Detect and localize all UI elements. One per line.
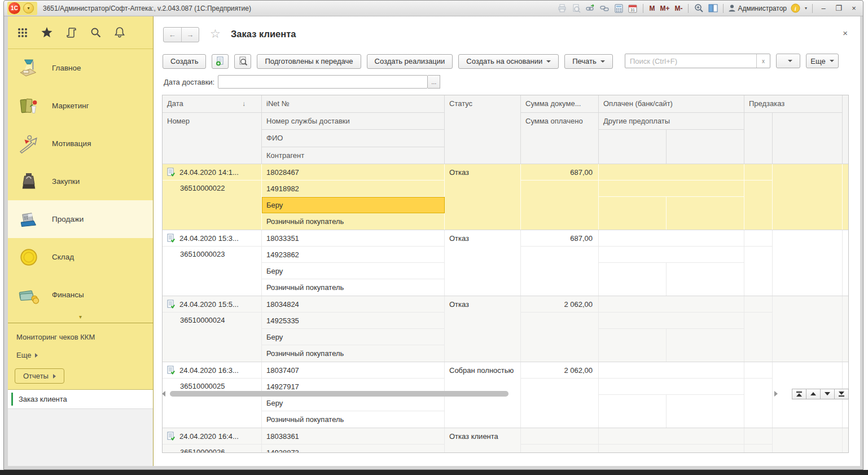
cell-doc-sum[interactable]: 2 062,00 [521,362,599,379]
row-up-button[interactable] [806,389,821,399]
cell-paid-sum[interactable] [521,181,599,230]
cell-delivery-number[interactable]: 14925335 [262,313,445,329]
sidebar-item-glavnoe[interactable]: Главное [8,49,153,87]
print-preview-icon[interactable] [571,3,581,14]
cell-delivery-number[interactable]: 14928873 [262,445,445,452]
column-header-sub[interactable] [744,113,773,165]
cell-preorder-sub[interactable] [744,379,773,428]
go-to-top-button[interactable] [792,389,806,399]
delivery-date-input[interactable] [218,75,428,89]
favorite-star-icon[interactable]: ☆ [210,28,221,39]
cell-prepay-sub[interactable] [667,329,744,362]
cell-contractor[interactable]: Розничный покупатель [262,345,445,362]
forward-button[interactable]: → [182,28,199,42]
cell-other-prepay[interactable] [599,181,744,197]
cell-status[interactable]: Отказ [445,164,521,230]
memory-m-button[interactable]: M [648,5,655,12]
cell-fio[interactable]: Беру [262,197,445,213]
memory-m-minus-button[interactable]: M- [674,5,683,12]
cell-doc-sum[interactable]: 687,00 [521,230,599,247]
cell-paid-bank[interactable] [599,296,744,313]
system-menu-button[interactable]: ▾ [23,3,34,14]
column-header-fio[interactable]: ФИО [262,130,445,147]
cell-date[interactable]: 24.04.2020 15:3... [163,230,262,247]
cell-preorder-sub[interactable] [744,313,773,362]
cell-other-prepay[interactable] [599,313,744,329]
search-input[interactable] [625,54,756,68]
scrollbar-track[interactable] [169,391,774,397]
column-header-number[interactable]: Номер [163,113,262,165]
create-button[interactable]: Создать [163,54,206,69]
cell-preorder[interactable] [744,296,773,313]
cell-preorder[interactable] [744,230,773,247]
cell-preorder-sub[interactable] [744,247,773,296]
cell-doc-sum[interactable]: 687,00 [521,164,599,181]
cell-prepay-sub[interactable] [599,197,667,230]
cell-number[interactable]: 36510000026 [163,445,262,452]
scroll-right-icon[interactable] [774,391,778,397]
column-header-sub[interactable] [773,113,843,165]
cell-paid-bank[interactable] [599,428,744,445]
column-header-paid-sum[interactable]: Сумма оплачено [521,113,599,165]
monitoring-link[interactable]: Мониторинг чеков ККМ [8,328,153,346]
scroll-left-icon[interactable] [162,391,165,397]
more-actions-button[interactable]: Еще [806,54,839,68]
row-down-button[interactable] [820,389,835,399]
cell-delivery-number[interactable]: 14923862 [262,247,445,263]
column-header-status[interactable]: Статус [445,95,521,164]
sidebar-item-marketing[interactable]: Маркетинг [8,87,153,125]
cell-status[interactable]: Отказ клиента [445,428,521,452]
create-sales-button[interactable]: Создать реализации [367,54,453,69]
notifications-bell-icon[interactable] [114,27,125,38]
cell-preorder[interactable] [744,362,773,379]
create-based-on-button[interactable]: Создать на основании [458,54,559,69]
split-view-icon[interactable] [708,3,718,14]
cell-paid-sum[interactable] [521,445,599,452]
current-user[interactable]: Администратор [729,5,787,12]
prepared-for-transfer-button[interactable]: Подготовлены к передаче [257,54,361,69]
cell-fio[interactable]: Беру [262,329,445,345]
cell-paid-sum[interactable] [521,247,599,296]
info-dropdown-icon[interactable]: ▾ [805,6,807,11]
zoom-icon[interactable] [694,3,704,14]
cell-delivery-number[interactable]: 14918982 [262,181,445,197]
column-header-other-prepay[interactable]: Другие предоплаты [599,113,744,130]
cell-contractor[interactable]: Розничный покупатель [262,213,445,230]
close-window-button[interactable]: × [848,4,860,12]
cell-preorder-sub[interactable] [773,296,843,362]
search-icon[interactable] [90,27,101,38]
cell-number[interactable]: 36510000024 [163,313,262,362]
open-window-zakaz-klienta[interactable]: Заказ клиента [8,390,153,409]
cell-prepay-sub[interactable] [667,263,744,296]
sidebar-item-zakupki[interactable]: Закупки [8,162,153,200]
search-settings-button[interactable] [776,54,800,68]
cell-preorder-sub[interactable] [744,181,773,230]
cell-preorder-sub[interactable] [773,428,843,452]
cell-inet[interactable]: 18033351 [262,230,445,247]
back-button[interactable]: ← [164,28,182,42]
go-to-bottom-button[interactable] [834,389,849,399]
maximize-button[interactable]: ❐ [833,4,844,12]
functions-menu-icon[interactable] [17,27,28,38]
cell-inet[interactable]: 18038361 [262,428,445,445]
cell-contractor[interactable]: Розничный покупатель [262,279,445,296]
column-header-inet[interactable]: iNet № [262,95,445,113]
cell-number[interactable]: 36510000025 [163,379,262,428]
column-header-sub[interactable] [599,130,667,164]
cell-status[interactable]: Отказ [445,296,521,362]
cell-inet[interactable]: 18028467 [262,164,445,181]
copy-document-button[interactable] [212,54,229,69]
column-header-doc-sum[interactable]: Сумма докуме... [521,95,599,113]
favorites-icon[interactable] [41,27,52,38]
column-header-preorder[interactable]: Предзаказ [744,95,843,113]
reports-button[interactable]: Отчеты [15,368,64,384]
cell-contractor[interactable]: Розничный покупатель [262,411,445,428]
find-in-list-button[interactable] [234,54,251,69]
cell-fio[interactable]: Беру [262,263,445,279]
sidebar-item-prodazhi[interactable]: Продажи [8,200,153,238]
cell-inet[interactable]: 18037407 [262,362,445,379]
sidebar-item-motivatsiya[interactable]: Мотивация [8,125,153,162]
cell-inet[interactable]: 18034824 [262,296,445,313]
sidebar-item-finansy[interactable]: Финансы [8,276,153,314]
cell-preorder[interactable] [744,428,773,445]
